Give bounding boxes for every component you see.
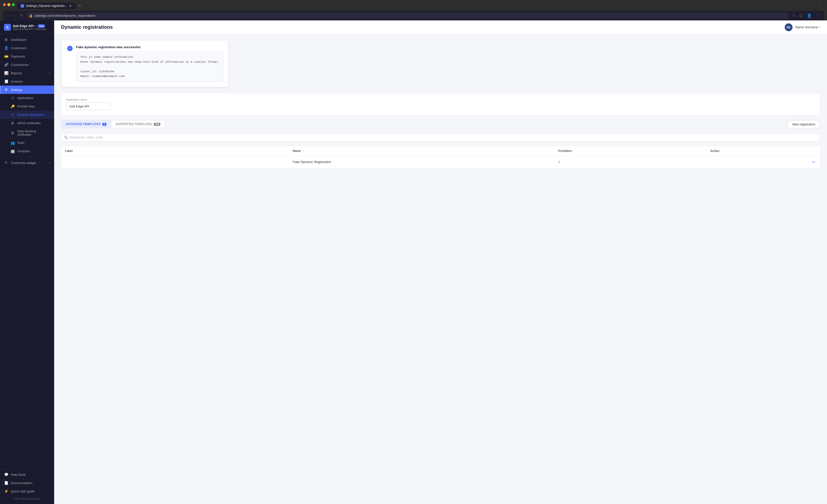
- column-header-providers: Providers: [554, 146, 707, 156]
- close-window-button[interactable]: [3, 3, 6, 6]
- sidebar-item-label: Dynamic registration: [17, 113, 44, 117]
- forward-button[interactable]: ›: [12, 12, 16, 19]
- sidebar-item-label: Customers: [11, 46, 26, 50]
- sidebar-item-payments[interactable]: 💳 Payments: [0, 52, 54, 60]
- tab-supported-label: SUPPORTED TEMPLATES: [116, 122, 152, 126]
- quick-start-icon: ⚡: [4, 489, 8, 493]
- browser-tabs: S Settings | Dynamic registratio... ✕ +: [17, 2, 84, 9]
- sidebar-item-customize-widget[interactable]: ✎ Customize widget ▾: [0, 159, 54, 167]
- reports-icon: 📊: [4, 71, 8, 75]
- tab-supported-templates[interactable]: SUPPORTED TEMPLATES 302: [111, 120, 165, 128]
- traffic-lights[interactable]: [3, 3, 15, 6]
- active-tab[interactable]: S Settings | Dynamic registratio... ✕: [17, 2, 76, 9]
- notification-code: This is some sample information. Other d…: [76, 51, 224, 82]
- browser-toolbar: ‹ › ↻ 🔒 ☆ ⬡ 👤 ⋮: [3, 11, 824, 20]
- tab-favicon: S: [21, 4, 24, 8]
- applications-icon: ⬡: [10, 96, 15, 100]
- user-name-button[interactable]: Name Surname ▾: [795, 25, 820, 29]
- sidebar-item-dashboard[interactable]: ⊞ Dashboard: [0, 36, 54, 44]
- brand-info: Salt Edge API ▾ Test Open Banking API | …: [13, 24, 50, 31]
- reload-button[interactable]: ↻: [18, 12, 25, 19]
- sidebar-brand: S Salt Edge API ▾ Test Open Banking API …: [0, 20, 54, 34]
- providers-link[interactable]: 1: [558, 160, 560, 164]
- sidebar-item-label: Customize widget: [11, 161, 36, 165]
- app-select-wrap: Salt Edge API: [66, 103, 815, 110]
- cell-name: Fake Dynamic Registration: [289, 156, 554, 168]
- main-header: Dynamic registrations NS Name Surname ▾: [54, 20, 827, 34]
- search-wrap: 🔍: [61, 133, 820, 142]
- sidebar-item-invoices[interactable]: 🧾 Invoices: [0, 77, 54, 86]
- toolbar-icons: ☆ ⬡ 👤 ⋮: [790, 12, 821, 19]
- avatar: NS: [785, 23, 792, 31]
- app-selector-card: Application name Salt Edge API: [61, 93, 820, 115]
- payments-icon: 💳: [4, 54, 8, 58]
- sidebar-item-label: Dashboard: [11, 38, 27, 42]
- tab-label: Settings | Dynamic registratio...: [26, 4, 67, 8]
- sidebar-item-label: Invoices: [11, 80, 22, 83]
- sidebar-nav: ⊞ Dashboard 👤 Customers 💳 Payments 🔗 Con…: [0, 34, 54, 465]
- app-selector-label: Application name: [66, 98, 815, 101]
- sidebar-item-settings[interactable]: ⚙ Settings ▴: [0, 86, 54, 94]
- tab-close-button[interactable]: ✕: [69, 4, 72, 8]
- sidebar-item-open-banking-certificates[interactable]: 🗎 Open Banking certificates: [0, 127, 54, 139]
- brand-name[interactable]: Salt Edge API ▾ Test: [13, 24, 50, 28]
- sidebar-item-label: Applications: [17, 96, 33, 100]
- app-select[interactable]: Salt Edge API: [66, 103, 110, 110]
- sidebar-item-connections[interactable]: 🔗 Connections: [0, 60, 54, 69]
- team-icon: 👥: [10, 141, 15, 145]
- sidebar-item-customers[interactable]: 👤 Customers: [0, 44, 54, 52]
- sidebar-item-label: Reports: [11, 71, 22, 75]
- app: S Salt Edge API ▾ Test Open Banking API …: [0, 20, 827, 504]
- main-area: Dynamic registrations NS Name Surname ▾ …: [54, 20, 827, 504]
- sidebar-item-quick-start[interactable]: ⚡ Quick start guide: [0, 487, 54, 495]
- dynamic-reg-icon: ⊡: [10, 113, 15, 117]
- browser-menu-icon-button[interactable]: ⋮: [814, 12, 821, 19]
- sidebar-item-label: Quick start guide: [11, 490, 35, 493]
- help-desk-icon: 💬: [4, 472, 8, 477]
- extensions-button[interactable]: ⬡: [798, 12, 805, 19]
- browser-menu-button[interactable]: ⋮: [819, 4, 824, 8]
- sidebar-item-label: Team: [17, 141, 25, 145]
- notification-banner: ✓ Fake dynamic registration was successf…: [61, 40, 229, 87]
- sidebar-item-reports[interactable]: 📊 Reports ▾: [0, 69, 54, 77]
- sort-icon: ↑: [302, 150, 304, 153]
- minimize-window-button[interactable]: [7, 3, 10, 6]
- tab-activated-templates[interactable]: ACTIVATED TEMPLATES 1: [61, 120, 111, 128]
- sidebar-item-company[interactable]: 🏢 Company: [0, 147, 54, 155]
- new-registration-button[interactable]: New registration: [788, 120, 820, 128]
- back-button[interactable]: ‹: [6, 12, 10, 19]
- sidebar-item-label: Documentation: [11, 481, 32, 485]
- sidebar-item-eidas-certificates[interactable]: 🗎 eIDAS certificates: [0, 119, 54, 127]
- reports-caret-icon: ▾: [49, 72, 50, 74]
- table-body: Fake Dynamic Registration 1 ✏: [61, 156, 820, 168]
- column-header-name[interactable]: Name ↑: [289, 146, 554, 156]
- sidebar-item-documentation[interactable]: 📄 Documentation: [0, 479, 54, 487]
- bookmark-button[interactable]: ☆: [790, 12, 797, 19]
- sidebar-item-label: Connections: [11, 63, 29, 67]
- table-header-row: Label Name ↑ Providers Action: [61, 146, 820, 156]
- company-icon: 🏢: [10, 149, 15, 153]
- sidebar-item-team[interactable]: 👥 Team: [0, 139, 54, 147]
- sidebar: S Salt Edge API ▾ Test Open Banking API …: [0, 20, 54, 504]
- notification-body: Fake dynamic registration was successful…: [76, 45, 224, 82]
- table-row: Fake Dynamic Registration 1 ✏: [61, 156, 820, 168]
- supported-count-badge: 302: [154, 123, 161, 126]
- search-input[interactable]: [61, 133, 820, 142]
- main-content: ✓ Fake dynamic registration was successf…: [54, 34, 827, 504]
- cell-providers: 1: [554, 156, 707, 168]
- sidebar-item-applications[interactable]: ⬡ Applications: [0, 94, 54, 102]
- cell-action: ✏: [706, 156, 820, 168]
- sidebar-item-provider-keys[interactable]: 🔑 Provider keys: [0, 102, 54, 111]
- sidebar-item-dynamic-registration[interactable]: ⊡ Dynamic registration: [0, 111, 54, 119]
- open-banking-icon: 🗎: [10, 131, 15, 135]
- address-bar[interactable]: [27, 12, 789, 19]
- edit-button[interactable]: ✏: [811, 159, 816, 165]
- tab-activated-label: ACTIVATED TEMPLATES: [66, 122, 101, 126]
- maximize-window-button[interactable]: [12, 3, 15, 6]
- new-tab-button[interactable]: +: [76, 2, 84, 9]
- sidebar-item-help-desk[interactable]: 💬 Help Desk: [0, 470, 54, 479]
- user-profile-button[interactable]: 👤: [805, 12, 813, 19]
- activated-count-badge: 1: [102, 123, 107, 126]
- user-caret-icon: ▾: [819, 26, 820, 29]
- documentation-icon: 📄: [4, 481, 8, 485]
